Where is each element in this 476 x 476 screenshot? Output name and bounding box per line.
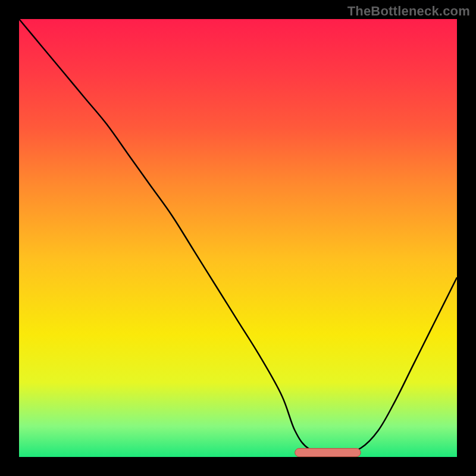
plot-area <box>19 19 457 457</box>
bottleneck-chart <box>0 0 476 476</box>
optimum-marker <box>295 449 361 457</box>
chart-frame: TheBottleneck.com <box>0 0 476 476</box>
